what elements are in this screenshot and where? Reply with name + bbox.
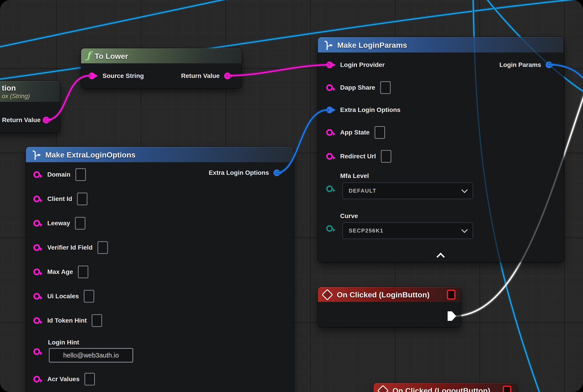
wire-blue-extraloginoptions[interactable] (277, 110, 328, 173)
wire-blue-loginparams-out[interactable] (549, 64, 583, 81)
wire-halo (46, 76, 90, 120)
wire-halo (277, 110, 328, 173)
blueprint-graph-canvas[interactable]: tion ox (String) Return Value ƒ To Lower… (0, 0, 583, 392)
wire-layer-connections (0, 0, 583, 392)
